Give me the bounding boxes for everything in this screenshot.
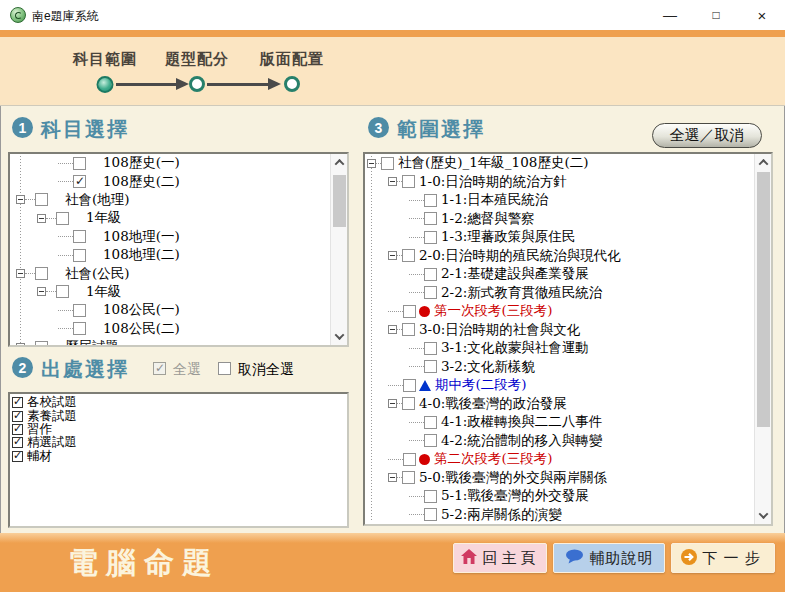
- collapse-icon[interactable]: [16, 269, 25, 278]
- tree-row[interactable]: 2-2:新式教育貫徹殖民統治: [365, 284, 754, 303]
- tree-row[interactable]: 5-2:兩岸關係的演變: [365, 506, 754, 525]
- scroll-up-icon[interactable]: [331, 154, 348, 171]
- collapse-icon[interactable]: [16, 343, 25, 345]
- tree-row[interactable]: 1-0:日治時期的統治方針: [365, 173, 754, 192]
- checkbox[interactable]: [402, 471, 415, 484]
- tree-row[interactable]: 期中考(二段考): [365, 376, 754, 395]
- tree-row[interactable]: 3-2:文化新樣貌: [365, 358, 754, 377]
- tree-row[interactable]: 108歷史(二): [10, 172, 330, 190]
- checkbox[interactable]: [381, 157, 394, 170]
- next-step-button[interactable]: 下一步: [671, 543, 775, 573]
- tree-row[interactable]: 社會(歷史)_1年級_108歷史(二): [365, 154, 754, 173]
- tree-row[interactable]: 社會(公民): [10, 264, 330, 282]
- checkbox[interactable]: [73, 230, 86, 243]
- tree-row[interactable]: 1-2:總督與警察: [365, 210, 754, 229]
- scrollbar-thumb[interactable]: [757, 172, 770, 427]
- list-item[interactable]: 素養試題: [12, 409, 347, 422]
- select-all-toggle-button[interactable]: 全選／取消: [652, 123, 762, 148]
- checkbox[interactable]: [424, 360, 437, 373]
- list-item[interactable]: 輔材: [12, 450, 347, 463]
- tree-row[interactable]: 2-0:日治時期的殖民統治與現代化: [365, 247, 754, 266]
- checkbox[interactable]: [12, 411, 23, 422]
- checkbox[interactable]: [35, 193, 48, 206]
- deselect-all-checkbox[interactable]: [218, 362, 231, 375]
- collapse-icon[interactable]: [388, 251, 397, 260]
- checkbox[interactable]: [73, 304, 86, 317]
- scrollbar-thumb[interactable]: [333, 175, 346, 227]
- checkbox[interactable]: [402, 323, 415, 336]
- step-circle-inactive[interactable]: [284, 76, 300, 92]
- minimize-button[interactable]: —: [647, 0, 693, 30]
- tree-row[interactable]: 1-3:理蕃政策與原住民: [365, 228, 754, 247]
- checkbox[interactable]: [73, 249, 86, 262]
- collapse-icon[interactable]: [367, 159, 376, 168]
- checkbox[interactable]: [403, 305, 416, 318]
- home-button[interactable]: 回主頁: [453, 543, 547, 573]
- close-button[interactable]: ×: [739, 0, 785, 30]
- step-circle-inactive[interactable]: [189, 76, 205, 92]
- tree-row[interactable]: 108公民(二): [10, 320, 330, 338]
- tree-row[interactable]: 1年級: [10, 283, 330, 301]
- collapse-icon[interactable]: [37, 214, 46, 223]
- tree-row[interactable]: 108公民(一): [10, 301, 330, 319]
- checkbox[interactable]: [73, 175, 86, 188]
- collapse-icon[interactable]: [388, 325, 397, 334]
- tree-row[interactable]: 5-0:戰後臺灣的外交與兩岸關係: [365, 469, 754, 488]
- checkbox[interactable]: [73, 157, 86, 170]
- checkbox[interactable]: [35, 267, 48, 280]
- collapse-icon[interactable]: [388, 177, 397, 186]
- tree-row[interactable]: 第一次段考(三段考): [365, 302, 754, 321]
- checkbox[interactable]: [56, 212, 69, 225]
- checkbox[interactable]: [402, 175, 415, 188]
- select-all-checkbox[interactable]: [153, 362, 166, 375]
- tree-row[interactable]: 第二次段考(三段考): [365, 450, 754, 469]
- scope-tree-scrollbar[interactable]: [754, 154, 771, 524]
- scroll-down-icon[interactable]: [755, 507, 772, 524]
- collapse-icon[interactable]: [388, 473, 397, 482]
- collapse-icon[interactable]: [37, 287, 46, 296]
- tree-row[interactable]: 社會(地理): [10, 191, 330, 209]
- tree-row[interactable]: 1年級: [10, 209, 330, 227]
- checkbox[interactable]: [424, 434, 437, 447]
- checkbox[interactable]: [424, 286, 437, 299]
- tree-row[interactable]: 1-1:日本殖民統治: [365, 191, 754, 210]
- checkbox[interactable]: [35, 341, 48, 345]
- checkbox[interactable]: [424, 231, 437, 244]
- checkbox[interactable]: [73, 322, 86, 335]
- checkbox[interactable]: [424, 490, 437, 503]
- checkbox[interactable]: [12, 397, 23, 408]
- tree-row[interactable]: 4-2:統治體制的移入與轉變: [365, 432, 754, 451]
- list-item[interactable]: 精選試題: [12, 436, 347, 449]
- maximize-button[interactable]: □: [693, 0, 739, 30]
- tree-row[interactable]: 3-0:日治時期的社會與文化: [365, 321, 754, 340]
- tree-row[interactable]: 3-1:文化啟蒙與社會運動: [365, 339, 754, 358]
- checkbox[interactable]: [402, 397, 415, 410]
- checkbox[interactable]: [403, 379, 416, 392]
- tree-row[interactable]: 4-0:戰後臺灣的政治發展: [365, 395, 754, 414]
- scroll-up-icon[interactable]: [755, 154, 772, 171]
- tree-row[interactable]: 108地理(二): [10, 246, 330, 264]
- collapse-icon[interactable]: [16, 195, 25, 204]
- tree-row[interactable]: 5-1:戰後臺灣的外交發展: [365, 487, 754, 506]
- collapse-icon[interactable]: [388, 399, 397, 408]
- subject-tree-scrollbar[interactable]: [330, 154, 347, 345]
- tree-row[interactable]: 108地理(一): [10, 228, 330, 246]
- checkbox[interactable]: [12, 424, 23, 435]
- checkbox[interactable]: [424, 342, 437, 355]
- tree-row[interactable]: 2-1:基礎建設與產業發展: [365, 265, 754, 284]
- checkbox[interactable]: [403, 453, 416, 466]
- checkbox[interactable]: [424, 416, 437, 429]
- checkbox[interactable]: [424, 194, 437, 207]
- scroll-down-icon[interactable]: [331, 328, 348, 345]
- checkbox[interactable]: [12, 437, 23, 448]
- checkbox[interactable]: [56, 285, 69, 298]
- checkbox[interactable]: [424, 212, 437, 225]
- tree-row[interactable]: 歷屆試題: [10, 338, 330, 345]
- tree-row[interactable]: 108歷史(一): [10, 154, 330, 172]
- tree-row[interactable]: 4-1:政權轉換與二二八事件: [365, 413, 754, 432]
- checkbox[interactable]: [424, 508, 437, 521]
- checkbox[interactable]: [402, 249, 415, 262]
- checkbox[interactable]: [424, 268, 437, 281]
- step-circle-active[interactable]: [97, 76, 114, 93]
- help-button[interactable]: 輔助說明: [553, 543, 665, 573]
